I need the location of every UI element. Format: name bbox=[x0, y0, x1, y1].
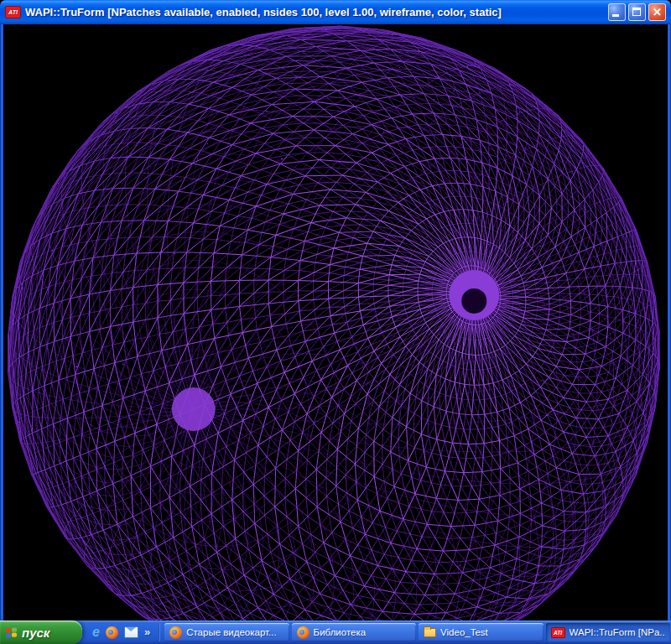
ati-app-icon[interactable]: ATI bbox=[5, 6, 21, 18]
maximize-button[interactable] bbox=[628, 3, 646, 21]
titlebar: ATI WAPI::TruForm [NPatches available, e… bbox=[0, 0, 671, 24]
minimize-icon bbox=[612, 14, 619, 17]
taskbar-separator bbox=[159, 623, 160, 641]
taskbar: пуск e » Старые видеокарт... Библиотека … bbox=[0, 621, 671, 644]
task-button-wapi-truform[interactable]: ATI WAPI::TruForm [NPa... bbox=[546, 623, 670, 641]
window-controls: ✕ bbox=[608, 3, 666, 21]
outlook-express-icon[interactable] bbox=[124, 626, 138, 638]
ati-icon: ATI bbox=[551, 627, 565, 638]
folder-icon bbox=[424, 628, 436, 637]
windows-flag-icon bbox=[6, 627, 17, 637]
task-button-label: Video_Test bbox=[440, 627, 488, 637]
render-viewport bbox=[3, 24, 668, 621]
window-title: WAPI::TruForm [NPatches available, enabl… bbox=[25, 6, 604, 18]
firefox-icon[interactable] bbox=[106, 626, 118, 639]
firefox-icon bbox=[169, 626, 182, 639]
quick-launch-overflow-chevron[interactable]: » bbox=[144, 621, 150, 644]
task-button-label: Библиотека bbox=[314, 627, 367, 637]
task-button-label: Старые видеокарт... bbox=[186, 627, 277, 637]
task-button-strip: Старые видеокарт... Библиотека Video_Tes… bbox=[162, 621, 671, 644]
start-button[interactable]: пуск bbox=[0, 621, 82, 644]
task-button-firefox-1[interactable]: Старые видеокарт... bbox=[164, 623, 289, 641]
minimize-button[interactable] bbox=[608, 3, 626, 21]
firefox-icon bbox=[297, 626, 309, 639]
close-button[interactable]: ✕ bbox=[648, 3, 666, 21]
close-icon: ✕ bbox=[649, 4, 665, 20]
application-window: ATI WAPI::TruForm [NPatches available, e… bbox=[0, 0, 671, 621]
maximize-icon bbox=[632, 8, 641, 16]
render-canvas bbox=[3, 24, 668, 621]
task-button-firefox-2[interactable]: Библиотека bbox=[292, 623, 416, 641]
task-button-label: WAPI::TruForm [NPa... bbox=[570, 627, 665, 637]
internet-explorer-icon[interactable]: e bbox=[92, 625, 100, 640]
start-label: пуск bbox=[22, 626, 49, 640]
quick-launch: e » bbox=[82, 621, 157, 644]
task-button-video-test[interactable]: Video_Test bbox=[419, 623, 543, 641]
